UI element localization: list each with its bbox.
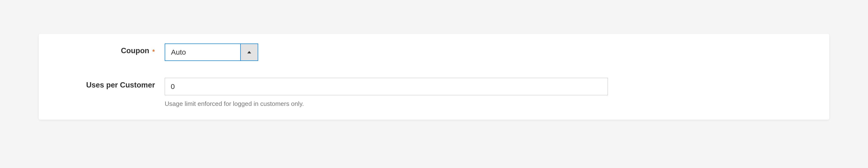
coupon-row: Coupon * Auto	[51, 43, 817, 61]
uses-per-customer-label-col: Uses per Customer	[51, 78, 165, 89]
required-asterisk: *	[152, 48, 155, 55]
coupon-label: Coupon	[121, 46, 149, 55]
coupon-select-toggle[interactable]	[240, 44, 258, 60]
coupon-select-value: Auto	[165, 44, 240, 60]
uses-per-customer-help: Usage limit enforced for logged in custo…	[165, 100, 817, 108]
uses-per-customer-field-col: Usage limit enforced for logged in custo…	[165, 78, 817, 108]
uses-per-customer-row: Uses per Customer Usage limit enforced f…	[51, 78, 817, 108]
form-panel: Coupon * Auto Uses per Customer Usage li…	[39, 34, 829, 120]
svg-marker-0	[247, 51, 251, 53]
uses-per-customer-input[interactable]	[165, 78, 608, 95]
chevron-up-icon	[247, 50, 252, 54]
coupon-select[interactable]: Auto	[165, 43, 258, 61]
uses-per-customer-label: Uses per Customer	[86, 81, 155, 89]
coupon-label-col: Coupon *	[51, 43, 165, 55]
coupon-field-col: Auto	[165, 43, 817, 61]
